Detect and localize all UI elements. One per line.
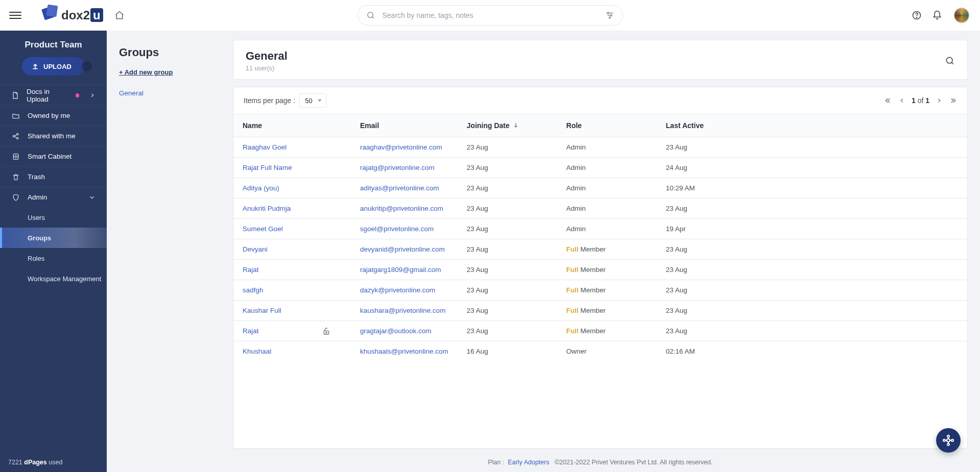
submenu-workspace-management[interactable]: Workspace Management (0, 268, 107, 289)
hamburger-menu-button[interactable] (9, 9, 21, 21)
user-email-link[interactable]: khushaals@privetonline.com (360, 347, 448, 355)
col-last-active[interactable]: Last Active (657, 114, 967, 137)
user-email-link[interactable]: adityas@privetonline.com (360, 184, 439, 192)
cell-role: Full Member (557, 239, 657, 260)
submenu-groups[interactable]: Groups (0, 228, 107, 248)
user-name-link[interactable]: Kaushar Full (243, 307, 281, 314)
upload-label: UPLOAD (43, 63, 71, 70)
upload-button[interactable]: UPLOAD (22, 57, 85, 76)
team-name: Product Team (0, 40, 107, 50)
svg-rect-1 (46, 4, 58, 17)
col-role[interactable]: Role (557, 114, 657, 137)
pager-last-icon[interactable] (949, 96, 957, 105)
user-name-link[interactable]: Sumeet Goel (243, 225, 283, 233)
items-per-page-select[interactable]: 50 (299, 93, 326, 108)
table-row[interactable]: Sumeet Goelsgoel@privetonline.com23 AugA… (233, 219, 967, 239)
svg-point-7 (916, 17, 917, 17)
user-name-link[interactable]: Raaghav Goel (243, 143, 286, 151)
add-new-group-link[interactable]: + Add new group (119, 68, 221, 76)
cell-last-active: 19 Apr (657, 219, 967, 239)
svg-point-17 (947, 443, 949, 445)
group-item-general[interactable]: General (119, 89, 221, 97)
svg-point-14 (326, 332, 327, 333)
nav-smart-cabinet[interactable]: Smart Cabinet (0, 146, 107, 166)
search-icon (366, 11, 375, 20)
user-email-link[interactable]: sgoel@privetonline.com (360, 225, 434, 233)
folder-icon (11, 112, 20, 120)
logo[interactable]: dox2u (42, 8, 103, 23)
col-email[interactable]: Email (351, 114, 458, 137)
help-hub-icon (942, 434, 954, 446)
table-row[interactable]: Raaghav Goelraaghav@privetonline.com23 A… (233, 137, 967, 158)
global-search[interactable] (357, 5, 623, 26)
user-email-link[interactable]: rajatgarg1809@gmail.com (360, 266, 441, 274)
table-row[interactable]: Devyanidevyanid@privetonline.com23 AugFu… (233, 239, 967, 260)
col-joining[interactable]: Joining Date (458, 114, 557, 137)
cell-last-active: 10:29 AM (657, 178, 967, 198)
table-row[interactable]: Rajat Full Namerajatg@privetonline.com23… (233, 158, 967, 178)
cell-joining: 23 Aug (458, 137, 557, 158)
table-row[interactable]: Khushaalkhushaals@privetonline.com16 Aug… (233, 341, 967, 362)
help-icon[interactable] (912, 10, 922, 20)
pager-first-icon[interactable] (884, 96, 892, 105)
group-search-icon[interactable] (945, 56, 955, 66)
nav-trash[interactable]: Trash (0, 166, 107, 187)
cell-joining: 16 Aug (458, 341, 557, 362)
user-email-link[interactable]: devyanid@privetonline.com (360, 245, 445, 253)
pager-prev-icon[interactable] (898, 97, 905, 104)
user-name-link[interactable]: Rajat (243, 266, 259, 274)
table-toolbar: Items per page : 50 1 of 1 (233, 87, 967, 114)
user-name-link[interactable]: Khushaal (243, 347, 271, 355)
user-email-link[interactable]: kaushara@privetonline.com (360, 307, 446, 314)
user-avatar[interactable] (952, 6, 971, 24)
page-icon (11, 91, 19, 100)
user-name-link[interactable]: Aditya (you) (243, 184, 279, 192)
col-name[interactable]: Name (233, 114, 351, 137)
user-name-link[interactable]: Devyani (243, 245, 268, 253)
nav-owned-by-me[interactable]: Owned by me (0, 105, 107, 126)
bell-icon[interactable] (932, 10, 942, 20)
svg-point-3 (607, 12, 609, 14)
notification-dot-icon (76, 93, 79, 97)
nav-docs-in-upload[interactable]: Docs in Upload (0, 85, 107, 105)
user-name-link[interactable]: Rajat (243, 327, 259, 335)
chevron-right-icon (89, 92, 95, 98)
table-row[interactable]: Aditya (you)adityas@privetonline.com23 A… (233, 178, 967, 198)
pager-next-icon[interactable] (936, 97, 943, 104)
upload-toggle[interactable] (82, 61, 92, 71)
help-fab-button[interactable] (936, 428, 961, 453)
svg-point-5 (609, 17, 610, 18)
cell-joining: 23 Aug (458, 178, 557, 198)
users-table: Name Email Joining Date Role Last Active… (233, 114, 967, 361)
nav-admin[interactable]: Admin (0, 187, 107, 207)
submenu-roles[interactable]: Roles (0, 248, 107, 268)
table-row[interactable]: Kaushar Fullkaushara@privetonline.com23 … (233, 301, 967, 321)
user-email-link[interactable]: dazyk@privetonline.com (360, 286, 435, 294)
items-per-page-label: Items per page : (244, 96, 295, 105)
table-row[interactable]: Rajatgragtajar@outlook.com23 AugFull Mem… (233, 321, 967, 341)
table-row[interactable]: Rajatrajatgarg1809@gmail.com23 AugFull M… (233, 260, 967, 280)
cell-role: Admin (557, 178, 657, 198)
cell-role: Full Member (557, 280, 657, 301)
logo-docs-icon (42, 4, 59, 19)
user-name-link[interactable]: Rajat Full Name (243, 164, 292, 171)
search-filter-icon[interactable] (605, 11, 614, 20)
user-name-link[interactable]: sadfgh (243, 286, 264, 294)
home-icon[interactable] (114, 10, 125, 20)
user-email-link[interactable]: gragtajar@outlook.com (360, 327, 432, 335)
submenu-users[interactable]: Users (0, 207, 107, 228)
user-name-link[interactable]: Anukriti Pudmja (243, 205, 291, 212)
user-email-link[interactable]: anukritip@privetonline.com (360, 205, 443, 212)
lock-open-icon (322, 327, 330, 335)
search-input[interactable] (381, 11, 599, 20)
user-email-link[interactable]: rajatg@privetonline.com (360, 164, 435, 171)
nav-shared-with-me[interactable]: Shared with me (0, 126, 107, 146)
share-icon (11, 132, 20, 140)
user-email-link[interactable]: raaghav@privetonline.com (360, 143, 442, 151)
table-row[interactable]: Anukriti Pudmjaanukritip@privetonline.co… (233, 198, 967, 219)
chevron-down-icon (88, 194, 95, 201)
page-footer: Plan : Early Adopters ©2021-2022 Privet … (233, 456, 968, 468)
pager-status: 1 of 1 (912, 96, 929, 105)
plan-link[interactable]: Early Adopters (508, 459, 549, 466)
table-row[interactable]: sadfghdazyk@privetonline.com23 AugFull M… (233, 280, 967, 301)
